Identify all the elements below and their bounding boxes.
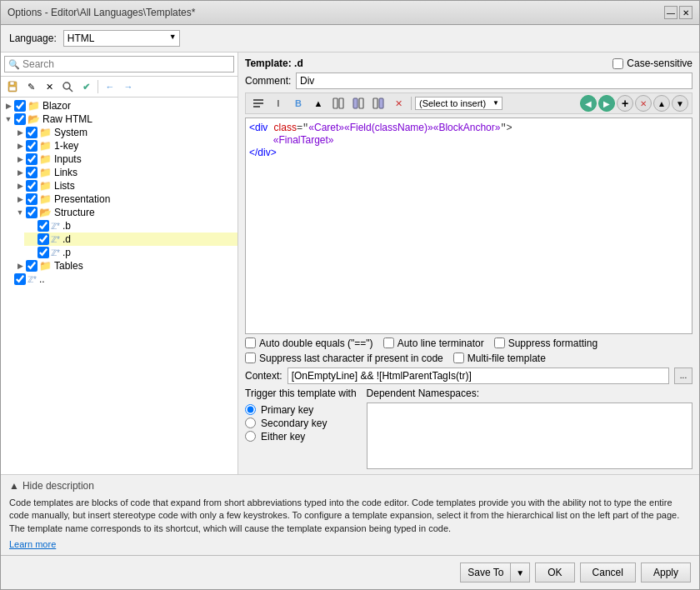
label-suppress-formatting: Suppress formatting xyxy=(508,338,598,349)
radio-secondary-key[interactable]: Secondary key xyxy=(245,418,357,429)
check-raw-html[interactable] xyxy=(14,113,26,125)
toggle-links[interactable]: ▶ xyxy=(14,168,26,177)
toggle-raw-html[interactable]: ▼ xyxy=(2,115,14,123)
language-select[interactable]: HTML CSS JavaScript xyxy=(63,30,180,47)
radio-either-key[interactable]: Either key xyxy=(245,431,357,442)
et-btn-3[interactable]: B xyxy=(289,95,308,112)
tb-find-btn[interactable] xyxy=(59,78,76,95)
check-inputs[interactable] xyxy=(26,153,38,165)
tb-edit-btn[interactable]: ✎ xyxy=(22,78,39,95)
case-sensitive-check[interactable] xyxy=(612,58,623,69)
radio-primary-key[interactable]: Primary key xyxy=(245,404,357,416)
apply-button[interactable]: Apply xyxy=(641,562,691,582)
dep-ns-box[interactable] xyxy=(367,402,692,469)
tree-item-raw-html[interactable]: ▼ 📂 Raw HTML xyxy=(1,112,238,126)
folder-icon-presentation: 📁 xyxy=(39,193,52,205)
label-inputs: Inputs xyxy=(54,153,82,165)
code-editor[interactable]: <div class="«Caret»«Field(className)»«Bl… xyxy=(245,118,692,334)
tree-item-blazor[interactable]: ▶ 📁 Blazor xyxy=(1,99,238,112)
check-multi-file-template[interactable] xyxy=(453,352,464,363)
nav-next-btn[interactable]: ▶ xyxy=(598,95,615,112)
nav-prev-btn[interactable]: ◀ xyxy=(580,95,597,112)
save-to-button[interactable]: Save To xyxy=(460,562,510,582)
toggle-structure[interactable]: ▼ xyxy=(14,208,26,217)
radio-input-secondary[interactable] xyxy=(245,418,256,428)
radio-input-either[interactable] xyxy=(245,431,256,442)
check-struct-d[interactable] xyxy=(38,233,49,245)
tree-item-1key[interactable]: ▶ 📁 1-key xyxy=(12,139,238,152)
tree-item-struct-b[interactable]: ℤ* .b xyxy=(24,219,238,232)
tree-item-system[interactable]: ▶ 📁 System xyxy=(12,126,238,139)
tree-item-inputs[interactable]: ▶ 📁 Inputs xyxy=(12,152,238,166)
et-btn-2[interactable]: I xyxy=(269,95,288,112)
ok-button[interactable]: OK xyxy=(535,562,574,582)
toggle-blazor[interactable]: ▶ xyxy=(2,102,14,110)
et-insert-select[interactable]: (Select to insert) xyxy=(415,97,502,110)
tree-item-presentation[interactable]: ▶ 📁 Presentation xyxy=(12,192,238,206)
tb-arrow-left-btn[interactable]: ← xyxy=(102,78,118,95)
check-presentation[interactable] xyxy=(26,193,38,205)
tree-item-struct-d[interactable]: ℤ* .d xyxy=(24,232,238,246)
check-auto-line-terminator[interactable] xyxy=(383,338,394,348)
radio-input-primary[interactable] xyxy=(245,404,256,415)
check-suppress-formatting[interactable] xyxy=(494,338,505,348)
et-btn-5[interactable] xyxy=(329,95,348,112)
opt-auto-line-terminator[interactable]: Auto line terminator xyxy=(383,338,484,349)
search-input[interactable] xyxy=(22,58,230,70)
label-either-key: Either key xyxy=(261,431,305,442)
check-suppress-last-char[interactable] xyxy=(245,352,256,363)
tb-check-btn[interactable]: ✔ xyxy=(78,78,94,95)
save-to-dropdown[interactable]: ▼ xyxy=(510,562,530,582)
check-system[interactable] xyxy=(26,127,38,138)
tree-item-links[interactable]: ▶ 📁 Links xyxy=(12,166,238,179)
check-blazor[interactable] xyxy=(14,100,26,112)
check-auto-double-equals[interactable] xyxy=(245,338,256,348)
toggle-inputs[interactable]: ▶ xyxy=(14,155,26,163)
et-btn-1[interactable] xyxy=(249,95,268,112)
toggle-tables[interactable]: ▶ xyxy=(14,262,26,270)
nav-add-btn[interactable]: + xyxy=(617,95,633,112)
comment-input[interactable] xyxy=(296,72,692,89)
check-struct-p[interactable] xyxy=(38,247,49,258)
nav-down-btn[interactable]: ▼ xyxy=(672,95,688,112)
et-btn-4[interactable]: ▲ xyxy=(309,95,328,112)
toggle-lists[interactable]: ▶ xyxy=(14,182,26,190)
et-btn-7[interactable] xyxy=(369,95,388,112)
check-structure[interactable] xyxy=(26,207,38,218)
tree-item-lists[interactable]: ▶ 📁 Lists xyxy=(12,179,238,192)
tb-delete-btn[interactable]: ✕ xyxy=(41,78,58,95)
check-1key[interactable] xyxy=(26,140,38,152)
label-1key: 1-key xyxy=(54,140,78,152)
check-lists[interactable] xyxy=(26,180,38,192)
opt-suppress-last-char[interactable]: Suppress last character if present in co… xyxy=(245,352,443,364)
context-input[interactable] xyxy=(288,368,669,384)
folder-icon-raw-html: 📂 xyxy=(28,113,40,125)
close-button[interactable]: ✕ xyxy=(679,6,692,19)
hide-description-btn[interactable]: ▲ Hide description xyxy=(9,480,691,492)
tree-item-root[interactable]: ℤ* .. xyxy=(1,272,238,286)
tree-item-structure[interactable]: ▼ 📂 Structure xyxy=(12,206,238,219)
nav-up-btn[interactable]: ▲ xyxy=(653,95,670,112)
minimize-button[interactable]: — xyxy=(664,6,678,19)
toggle-presentation[interactable]: ▶ xyxy=(14,195,26,203)
tree-item-struct-p[interactable]: ℤ* .p xyxy=(24,246,238,259)
options-row2: Suppress last character if present in co… xyxy=(245,352,692,364)
tb-save-btn[interactable] xyxy=(4,78,21,95)
opt-suppress-formatting[interactable]: Suppress formatting xyxy=(494,338,598,349)
cancel-button[interactable]: Cancel xyxy=(580,562,636,582)
learn-more-link[interactable]: Learn more xyxy=(9,539,56,549)
check-tables[interactable] xyxy=(26,260,38,272)
check-root[interactable] xyxy=(14,273,26,285)
context-browse-btn[interactable]: ... xyxy=(674,368,692,384)
tree-item-tables[interactable]: ▶ 📁 Tables xyxy=(12,259,238,272)
toggle-system[interactable]: ▶ xyxy=(14,128,26,137)
opt-multi-file-template[interactable]: Multi-file template xyxy=(453,352,546,364)
check-links[interactable] xyxy=(26,167,38,178)
nav-del-btn[interactable]: ✕ xyxy=(635,95,652,112)
tb-arrow-right-btn[interactable]: → xyxy=(120,78,137,95)
check-struct-b[interactable] xyxy=(38,220,49,232)
opt-auto-double-equals[interactable]: Auto double equals ("==") xyxy=(245,338,373,349)
et-btn-6[interactable] xyxy=(349,95,368,112)
toggle-1key[interactable]: ▶ xyxy=(14,142,26,150)
et-btn-delete[interactable]: ✕ xyxy=(389,95,408,112)
